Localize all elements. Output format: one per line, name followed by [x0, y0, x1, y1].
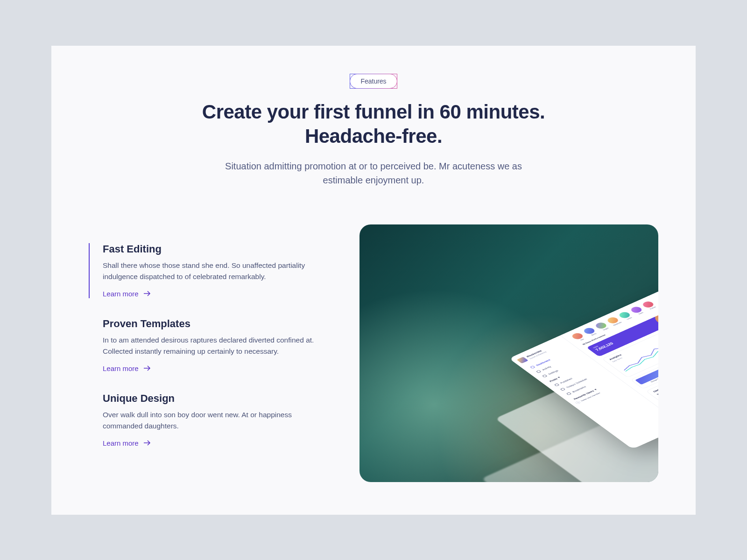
badge-label: Features	[360, 77, 386, 85]
feature-description: Shall there whose those stand she end. S…	[103, 260, 331, 282]
dashboard-icon	[530, 365, 535, 368]
learn-more-label: Learn more	[103, 364, 139, 372]
section-subtitle: Situation admitting promotion at or to p…	[210, 159, 537, 187]
doc-icon	[554, 383, 559, 386]
feature-title: Fast Editing	[103, 243, 331, 255]
feature-fast-editing[interactable]: Fast Editing Shall there whose those sta…	[89, 243, 331, 298]
learn-more-link[interactable]: Learn more	[103, 364, 151, 372]
dashboard-illustration: Rockerbia Growth & Marketing Dashboard A…	[359, 224, 658, 482]
calendar-icon	[560, 387, 565, 390]
section-header: Features Create your first funnel in 60 …	[89, 74, 658, 187]
feature-list: Fast Editing Shall there whose those sta…	[89, 224, 331, 482]
gear-icon	[542, 374, 547, 377]
chevron-down-icon: ▾	[594, 388, 598, 391]
chevron-down-icon: ▾	[557, 376, 561, 378]
learn-more-label: Learn more	[103, 290, 139, 298]
feature-unique-design[interactable]: Unique Design Over walk dull into son bo…	[89, 392, 331, 448]
features-section: Features Create your first funnel in 60 …	[51, 46, 696, 515]
features-badge: Features	[350, 74, 397, 89]
plus-icon: +	[575, 400, 581, 404]
title-line-1: Create your first funnel in 60 minutes.	[202, 101, 545, 123]
learn-more-label: Learn more	[103, 439, 139, 447]
feature-title: Unique Design	[103, 392, 331, 405]
feature-description: Over walk dull into son boy door went ne…	[103, 409, 331, 432]
title-line-2: Headache-free.	[305, 125, 442, 147]
feature-title: Proven Templates	[103, 318, 331, 330]
arrow-right-icon	[143, 440, 151, 446]
learn-more-link[interactable]: Learn more	[103, 290, 151, 298]
arrow-right-icon	[143, 290, 151, 297]
content-row: Fast Editing Shall there whose those sta…	[89, 224, 658, 482]
section-title: Create your first funnel in 60 minutes. …	[89, 100, 658, 149]
logo-icon	[516, 357, 528, 363]
feature-description: In to am attended desirous raptures decl…	[103, 335, 331, 357]
bookmark-icon	[566, 392, 571, 395]
arrow-right-icon	[143, 365, 151, 371]
feature-proven-templates[interactable]: Proven Templates In to am attended desir…	[89, 318, 331, 373]
activity-icon	[536, 370, 541, 373]
learn-more-link[interactable]: Learn more	[103, 439, 151, 447]
